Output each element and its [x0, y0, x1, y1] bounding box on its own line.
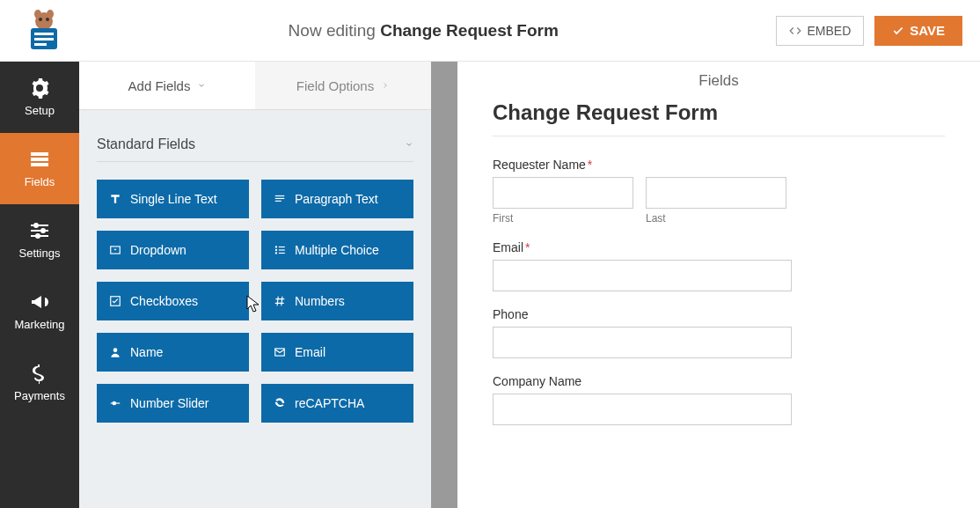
first-name-input[interactable]	[493, 177, 633, 209]
field-multiple-choice[interactable]: Multiple Choice	[261, 231, 413, 269]
top-actions: EMBED SAVE	[776, 16, 962, 46]
svg-point-15	[40, 228, 46, 233]
field-paragraph-text[interactable]: Paragraph Text	[261, 180, 413, 218]
nav-fields-label: Fields	[25, 175, 55, 188]
dropdown-icon	[109, 244, 121, 256]
text-icon	[109, 193, 121, 205]
page-title: Now editing Change Request Form	[70, 21, 776, 40]
svg-rect-9	[31, 152, 48, 156]
main: Setup Fields Settings Marketing Payments…	[0, 62, 980, 508]
field-company[interactable]: Company Name	[493, 374, 945, 425]
field-checkboxes[interactable]: Checkboxes	[97, 282, 249, 320]
sliders-icon	[29, 220, 50, 241]
tab-field-options-label: Field Options	[296, 78, 374, 93]
nav-payments[interactable]: Payments	[0, 347, 79, 418]
first-sublabel: First	[493, 212, 633, 225]
field-recaptcha[interactable]: reCAPTCHA	[261, 384, 413, 423]
nav-settings-label: Settings	[19, 247, 61, 260]
first-name-col: First	[493, 177, 633, 225]
svg-rect-10	[31, 158, 48, 161]
svg-point-4	[47, 10, 54, 18]
form-preview: Fields Change Request Form Requester Nam…	[457, 62, 980, 508]
wpforms-logo-icon	[22, 9, 66, 53]
field-name[interactable]: Name	[97, 333, 249, 372]
requester-name-label: Requester Name*	[493, 158, 945, 172]
chevron-right-icon	[381, 81, 390, 90]
nav-setup-label: Setup	[25, 104, 55, 117]
nav-fields[interactable]: Fields	[0, 133, 79, 204]
company-label: Company Name	[493, 374, 945, 388]
embed-button[interactable]: EMBED	[776, 16, 864, 46]
bullhorn-icon	[29, 291, 50, 313]
panel-divider[interactable]	[431, 62, 457, 508]
tab-add-fields[interactable]: Add Fields	[79, 62, 255, 109]
svg-point-26	[275, 252, 277, 254]
save-label: SAVE	[910, 23, 945, 38]
preview-body: Change Request Form Requester Name* Firs…	[457, 100, 980, 459]
svg-rect-11	[31, 163, 48, 166]
code-icon	[789, 25, 801, 37]
svg-rect-6	[34, 33, 54, 35]
svg-rect-27	[279, 253, 285, 254]
slider-icon	[109, 397, 121, 409]
mail-icon	[274, 346, 286, 358]
svg-point-13	[33, 223, 39, 228]
field-email[interactable]: Email	[261, 333, 413, 372]
company-input[interactable]	[493, 394, 792, 425]
field-phone[interactable]: Phone	[493, 307, 945, 358]
dollar-icon	[29, 363, 50, 384]
nav-settings[interactable]: Settings	[0, 204, 79, 276]
phone-input[interactable]	[493, 327, 792, 358]
list-icon	[29, 149, 50, 170]
leftnav: Setup Fields Settings Marketing Payments	[0, 62, 79, 508]
field-grid: Single Line Text Paragraph Text Dropdown…	[97, 180, 413, 423]
hash-icon	[274, 295, 286, 307]
chevron-down-icon	[405, 140, 413, 149]
field-requester-name[interactable]: Requester Name* First Last	[493, 158, 945, 225]
svg-rect-23	[279, 247, 285, 247]
save-button[interactable]: SAVE	[874, 16, 962, 46]
field-email[interactable]: Email*	[493, 240, 945, 291]
svg-point-1	[39, 18, 42, 21]
svg-rect-7	[34, 38, 54, 40]
tab-field-options[interactable]: Field Options	[255, 62, 431, 109]
svg-point-22	[275, 246, 277, 247]
list-ul-icon	[274, 244, 286, 256]
section-title: Standard Fields	[97, 136, 195, 152]
svg-rect-20	[275, 201, 282, 202]
email-input[interactable]	[493, 260, 792, 291]
last-name-input[interactable]	[646, 177, 786, 209]
panel-body: Standard Fields Single Line Text Paragra…	[79, 110, 431, 508]
svg-point-3	[34, 10, 41, 18]
form-title: Change Request Form	[493, 100, 945, 136]
svg-point-2	[46, 18, 49, 21]
field-number-slider[interactable]: Number Slider	[97, 384, 249, 423]
fields-panel: Add Fields Field Options Standard Fields…	[79, 62, 431, 508]
check-square-icon	[109, 295, 121, 307]
last-name-col: Last	[646, 177, 786, 225]
field-dropdown[interactable]: Dropdown	[97, 231, 249, 269]
check-icon	[892, 25, 904, 37]
last-sublabel: Last	[646, 212, 786, 225]
nav-payments-label: Payments	[14, 389, 65, 402]
user-icon	[109, 346, 121, 358]
nav-marketing-label: Marketing	[14, 318, 64, 331]
svg-point-29	[113, 348, 118, 352]
svg-rect-19	[275, 198, 285, 199]
field-numbers[interactable]: Numbers	[261, 282, 413, 320]
chevron-down-icon	[197, 81, 206, 90]
nav-marketing[interactable]: Marketing	[0, 276, 79, 347]
panel-tabs: Add Fields Field Options	[79, 62, 431, 110]
required-marker: *	[525, 240, 530, 254]
phone-label: Phone	[493, 307, 945, 321]
editing-prefix: Now editing	[289, 21, 376, 40]
nav-setup[interactable]: Setup	[0, 62, 79, 133]
section-standard-fields[interactable]: Standard Fields	[97, 128, 413, 162]
svg-rect-25	[279, 249, 285, 250]
email-label: Email*	[493, 240, 945, 254]
gear-icon	[29, 77, 50, 99]
svg-point-32	[113, 401, 117, 406]
svg-point-17	[35, 233, 40, 239]
svg-point-24	[275, 249, 277, 251]
field-single-line-text[interactable]: Single Line Text	[97, 180, 249, 218]
